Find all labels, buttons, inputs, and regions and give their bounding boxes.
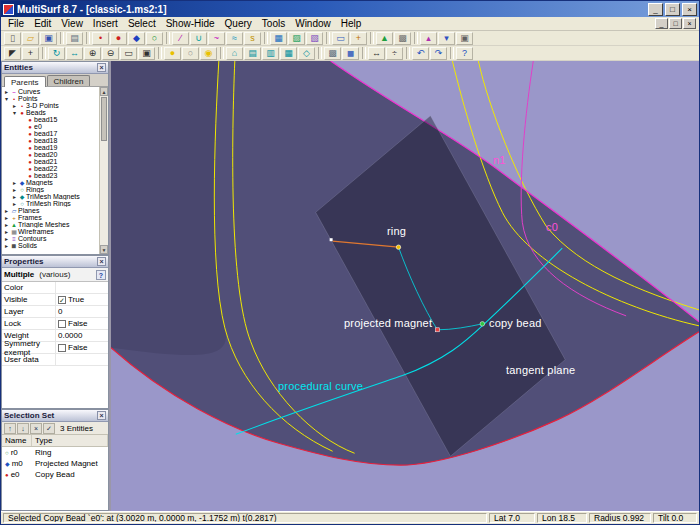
tree-item-bead17[interactable]: ●bead17: [2, 130, 98, 137]
tree-item-3-d-points[interactable]: ▸•3-D Points: [2, 102, 98, 109]
selection-row-r0[interactable]: ○r0Ring: [2, 447, 108, 458]
view-top-icon[interactable]: ▥: [262, 47, 279, 60]
show-entity-icon[interactable]: ●: [164, 47, 181, 60]
zoom-fit-icon[interactable]: ▣: [138, 47, 155, 60]
column-type[interactable]: Type: [32, 435, 108, 446]
checkbox-icon[interactable]: ✓: [58, 296, 66, 304]
expander-icon[interactable]: ▸: [11, 186, 18, 193]
tree-scrollbar[interactable]: ▲ ▼: [99, 87, 108, 254]
insert-trimesh-icon[interactable]: ▲: [376, 32, 393, 45]
nearest-point-icon[interactable]: +: [22, 47, 39, 60]
tree-item-bead19[interactable]: ●bead19: [2, 144, 98, 151]
select-all-icon[interactable]: ▣: [456, 32, 473, 45]
select-children-icon[interactable]: ▾: [438, 32, 455, 45]
hide-entity-icon[interactable]: ○: [182, 47, 199, 60]
ring-marker[interactable]: [396, 245, 400, 249]
menu-help[interactable]: Help: [336, 18, 367, 29]
pan-view-icon[interactable]: ↔: [66, 47, 83, 60]
menu-show-hide[interactable]: Show-Hide: [161, 18, 220, 29]
menu-query[interactable]: Query: [220, 18, 257, 29]
property-value[interactable]: False: [56, 318, 108, 329]
expander-icon[interactable]: ▸: [3, 235, 10, 242]
scroll-up-icon[interactable]: ▲: [100, 87, 108, 96]
tree-item-wireframes[interactable]: ▸▦Wireframes: [2, 228, 98, 235]
selection-row-m0[interactable]: ◆m0Projected Magnet: [2, 458, 108, 469]
property-value[interactable]: [56, 354, 108, 365]
undo-icon[interactable]: ↶: [412, 47, 429, 60]
new-file-icon[interactable]: ▯: [4, 32, 21, 45]
viewport-3d[interactable]: ring n1 c0 projected magnet copy bead ta…: [111, 61, 699, 511]
insert-revolution-surface-icon[interactable]: ▧: [306, 32, 323, 45]
view-side-icon[interactable]: ▦: [280, 47, 297, 60]
property-value[interactable]: ✓True: [56, 294, 108, 305]
insert-ring-icon[interactable]: ○: [146, 32, 163, 45]
measure-icon[interactable]: ↔: [368, 47, 385, 60]
tree-item-trimesh-magnets[interactable]: ▸◆TriMesh Magnets: [2, 193, 98, 200]
menu-view[interactable]: View: [56, 18, 88, 29]
tree-item-contours[interactable]: ▸≡Contours: [2, 235, 98, 242]
properties-close-icon[interactable]: ×: [97, 257, 106, 266]
menu-edit[interactable]: Edit: [29, 18, 56, 29]
expander-icon[interactable]: ▸: [3, 214, 10, 221]
help-icon[interactable]: ?: [456, 47, 473, 60]
view-home-icon[interactable]: ⌂: [226, 47, 243, 60]
open-file-icon[interactable]: ▱: [22, 32, 39, 45]
mdi-restore-button[interactable]: □: [669, 18, 682, 29]
insert-ruled-surface-icon[interactable]: ▨: [288, 32, 305, 45]
tab-children[interactable]: Children: [47, 75, 91, 86]
insert-bcurve-icon[interactable]: ~: [208, 32, 225, 45]
menu-tools[interactable]: Tools: [257, 18, 290, 29]
save-file-icon[interactable]: ▣: [40, 32, 57, 45]
selection-apply-icon[interactable]: ✓: [43, 423, 55, 434]
close-button[interactable]: ×: [682, 3, 697, 16]
expander-icon[interactable]: ▸: [3, 242, 10, 249]
tree-item-frames[interactable]: ▸+Frames: [2, 214, 98, 221]
viewport-canvas[interactable]: [111, 61, 699, 511]
menu-insert[interactable]: Insert: [88, 18, 123, 29]
display-shaded-icon[interactable]: ◼: [342, 47, 359, 60]
entities-close-icon[interactable]: ×: [97, 63, 106, 72]
selection-close-icon[interactable]: ×: [97, 411, 106, 420]
expander-icon[interactable]: ▸: [3, 228, 10, 235]
tree-item-bead23[interactable]: ●bead23: [2, 172, 98, 179]
insert-line-icon[interactable]: ∕: [172, 32, 189, 45]
insert-plane-icon[interactable]: ▭: [332, 32, 349, 45]
view-front-icon[interactable]: ▤: [244, 47, 261, 60]
show-all-icon[interactable]: ◉: [200, 47, 217, 60]
scroll-down-icon[interactable]: ▼: [100, 245, 108, 254]
view-perspective-icon[interactable]: ◇: [298, 47, 315, 60]
expander-icon[interactable]: ▾: [3, 95, 10, 102]
expander-icon[interactable]: ▾: [11, 109, 18, 116]
selection-move-up-icon[interactable]: ↑: [4, 423, 16, 434]
selection-row-e0[interactable]: ●e0Copy Bead: [2, 469, 108, 480]
insert-wireframe-icon[interactable]: ▩: [394, 32, 411, 45]
tree-item-planes[interactable]: ▸▱Planes: [2, 207, 98, 214]
tree-item-bead18[interactable]: ●bead18: [2, 137, 98, 144]
mdi-close-button[interactable]: ×: [683, 18, 696, 29]
tree-item-points[interactable]: ▾•Points: [2, 95, 98, 102]
selection-remove-icon[interactable]: ×: [30, 423, 42, 434]
tree-item-bead20[interactable]: ●bead20: [2, 151, 98, 158]
column-name[interactable]: Name: [2, 435, 32, 446]
insert-frame-icon[interactable]: +: [350, 32, 367, 45]
scroll-thumb[interactable]: [101, 97, 107, 141]
point-marker[interactable]: [330, 238, 333, 241]
checkbox-icon[interactable]: [58, 344, 66, 352]
select-pointer-icon[interactable]: ◤: [4, 47, 21, 60]
tree-item-beads[interactable]: ▾●Beads: [2, 109, 98, 116]
insert-bead-icon[interactable]: ●: [110, 32, 127, 45]
zoom-window-icon[interactable]: ▭: [120, 47, 137, 60]
tree-item-triangle-meshes[interactable]: ▸▲Triangle Meshes: [2, 221, 98, 228]
display-wireframe-icon[interactable]: ▩: [324, 47, 341, 60]
tree-item-curves[interactable]: ▸~Curves: [2, 88, 98, 95]
title-bar[interactable]: MultiSurf 8.7 - [classic-1.ms2:1] _ □ ×: [1, 1, 699, 17]
tree-item-magnets[interactable]: ▸◆Magnets: [2, 179, 98, 186]
menu-window[interactable]: Window: [290, 18, 336, 29]
projected-magnet-marker[interactable]: [435, 328, 439, 332]
selection-move-down-icon[interactable]: ↓: [17, 423, 29, 434]
menu-select[interactable]: Select: [123, 18, 161, 29]
property-value[interactable]: False: [56, 342, 108, 353]
property-value[interactable]: [56, 282, 108, 293]
expander-icon[interactable]: ▸: [3, 88, 10, 95]
insert-point-icon[interactable]: •: [92, 32, 109, 45]
